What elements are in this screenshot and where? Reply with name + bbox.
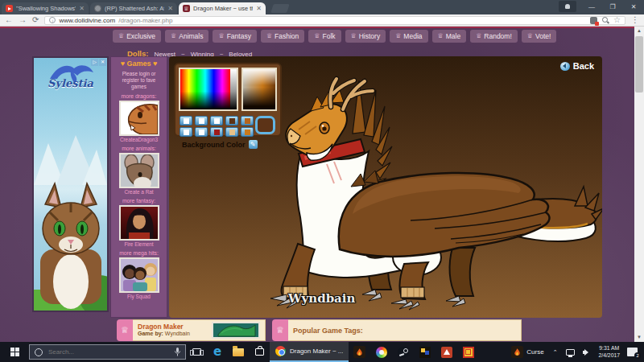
browser-menu-icon[interactable]: ⋮ xyxy=(631,16,639,24)
profile-avatar-button[interactable] xyxy=(559,1,576,12)
swatch[interactable] xyxy=(225,116,238,125)
nav-item-fashion[interactable]: ♕Fashion xyxy=(261,30,304,43)
store-button[interactable] xyxy=(249,342,270,362)
swatch[interactable] xyxy=(180,127,192,137)
window-controls: — ❐ ✕ xyxy=(559,0,644,13)
crown-icon: ♕ xyxy=(476,33,481,39)
current-color-button[interactable] xyxy=(255,116,275,134)
bookmark-star-icon[interactable]: ☆ xyxy=(613,16,621,24)
nav-item-media[interactable]: ♕Media xyxy=(390,30,427,43)
minimize-button[interactable]: — xyxy=(581,0,602,13)
search-input[interactable] xyxy=(47,348,171,356)
scrollbar-thumb[interactable] xyxy=(635,36,643,93)
close-window-button[interactable]: ✕ xyxy=(623,0,644,13)
reload-icon[interactable]: ⟳ xyxy=(32,16,39,24)
sketch-app-button[interactable] xyxy=(436,342,457,362)
curse-app-button[interactable] xyxy=(349,342,370,362)
thumb-fly-squad[interactable] xyxy=(119,257,159,293)
paint-app-button[interactable] xyxy=(370,342,392,362)
page-scrollbar[interactable]: ▲ ▼ xyxy=(634,27,644,342)
swatch[interactable] xyxy=(195,127,208,137)
zoom-icon[interactable] xyxy=(602,17,609,23)
nav-item-vote[interactable]: ♕Vote! xyxy=(522,30,557,43)
crown-icon: ♕ xyxy=(218,33,224,39)
nav-item-random[interactable]: ♕Random! xyxy=(470,30,518,43)
swatch[interactable] xyxy=(241,116,254,125)
ad-close-icon[interactable]: ✕ xyxy=(99,59,106,66)
swatch[interactable] xyxy=(195,116,208,125)
swatch[interactable] xyxy=(180,116,192,125)
crown-icon: ♕ xyxy=(395,33,401,39)
nav-item-animals[interactable]: ♕Animals xyxy=(165,30,208,43)
steam-button[interactable] xyxy=(392,342,414,362)
link-more-fantasy[interactable]: more fantasy: xyxy=(111,198,167,204)
store-bag-icon xyxy=(255,348,264,356)
nav-item-fantasy[interactable]: ♕Fantasy xyxy=(213,30,256,43)
link-more-mega-hits[interactable]: more mega hits: xyxy=(111,250,167,256)
caption-fire-element[interactable]: Fire Element xyxy=(111,241,167,247)
speaker-icon[interactable] xyxy=(583,348,591,356)
page-info-icon[interactable]: i xyxy=(49,17,56,23)
adchoices-icon[interactable]: ▷ xyxy=(91,59,98,66)
back-button[interactable]: Back xyxy=(560,61,594,71)
task-view-button[interactable] xyxy=(186,342,207,362)
file-explorer-button[interactable] xyxy=(228,342,249,362)
taskbar-search[interactable] xyxy=(29,344,186,360)
browser-tab-strip: "Swallowing Shadows" H… ✕ (RP) Shattered… xyxy=(0,0,644,14)
game-thumb[interactable] xyxy=(212,322,260,339)
dragon-maker-canvas[interactable]: Background Color ✎ Back Wyndbain xyxy=(169,56,602,318)
lightness-strip[interactable] xyxy=(230,69,237,109)
tab-dragon-maker[interactable]: ♕ Dragon Maker ~ use thi… ✕ xyxy=(179,2,266,14)
dolldivine-icon: ♕ xyxy=(183,5,190,12)
caption-createadragon3[interactable]: CreateaDragon3 xyxy=(111,137,167,142)
tab-youtube[interactable]: "Swallowing Shadows" H… ✕ xyxy=(2,2,89,14)
game-by-value[interactable]: Wyndbain xyxy=(165,331,190,336)
forward-nav-icon[interactable]: → xyxy=(19,16,27,24)
thumb-createadragon3[interactable] xyxy=(119,101,159,136)
new-tab-button[interactable] xyxy=(270,4,290,13)
swatch[interactable] xyxy=(241,127,254,137)
thumb-fire-element[interactable] xyxy=(119,205,159,241)
caption-fly-squad[interactable]: Fly Squad xyxy=(111,294,167,299)
hue-gradient[interactable] xyxy=(180,69,230,109)
swatch[interactable] xyxy=(210,127,223,137)
sylestia-ad[interactable]: Sylestia xyxy=(32,56,109,312)
tab-close-icon[interactable]: ✕ xyxy=(79,6,85,12)
windows-logo-icon xyxy=(10,348,19,356)
background-color-label: Background Color xyxy=(182,141,246,149)
nav-item-folk[interactable]: ♕Folk xyxy=(308,30,341,43)
tab-close-icon[interactable]: ✕ xyxy=(167,6,173,12)
link-more-animals[interactable]: more animals: xyxy=(111,146,167,151)
start-button[interactable] xyxy=(0,342,29,362)
network-icon[interactable] xyxy=(566,349,575,356)
back-nav-icon[interactable]: ← xyxy=(5,16,13,24)
address-bar[interactable]: i www.dolldivine.com /dragon-maker.php ☆ xyxy=(44,16,625,25)
action-center-icon[interactable]: 2 xyxy=(627,348,638,356)
shade-picker[interactable] xyxy=(242,68,277,111)
nav-item-history[interactable]: ♕History xyxy=(345,30,386,43)
nav-item-male[interactable]: ♕Male xyxy=(432,30,467,43)
tab-close-icon[interactable]: ✕ xyxy=(256,6,262,12)
scroll-up-icon[interactable]: ▲ xyxy=(634,27,644,35)
scroll-down-icon[interactable]: ▼ xyxy=(634,333,644,342)
swatch[interactable] xyxy=(225,127,238,137)
tab-forum[interactable]: (RP) Shattered Ash: After… ✕ xyxy=(90,2,177,14)
hue-picker[interactable] xyxy=(179,68,238,111)
extension-icon[interactable] xyxy=(590,17,597,24)
tray-overflow-icon[interactable]: ⌃ xyxy=(549,349,562,356)
thumb-create-a-rat[interactable] xyxy=(119,153,159,188)
pixel-game-button[interactable] xyxy=(414,342,436,362)
game-title-link[interactable]: Dragon Maker xyxy=(138,323,190,331)
link-more-dragons[interactable]: more dragons: xyxy=(111,93,167,99)
taskbar-clock[interactable]: 9:31 AM 2/4/2017 xyxy=(595,345,624,360)
restore-button[interactable]: ❐ xyxy=(602,0,623,13)
caption-create-a-rat[interactable]: Create a Rat xyxy=(111,189,167,195)
nav-item-exclusive[interactable]: ♕Exclusive xyxy=(113,30,161,43)
curse-tray-item[interactable]: Curse xyxy=(506,342,548,362)
swatch[interactable] xyxy=(210,116,223,125)
yellow-app-button[interactable] xyxy=(457,342,479,362)
edge-button[interactable]: e xyxy=(207,342,228,362)
edit-color-icon[interactable]: ✎ xyxy=(249,140,258,149)
microphone-icon[interactable] xyxy=(175,348,180,356)
chrome-active-task[interactable]: Dragon Maker ~ ... xyxy=(270,342,349,362)
